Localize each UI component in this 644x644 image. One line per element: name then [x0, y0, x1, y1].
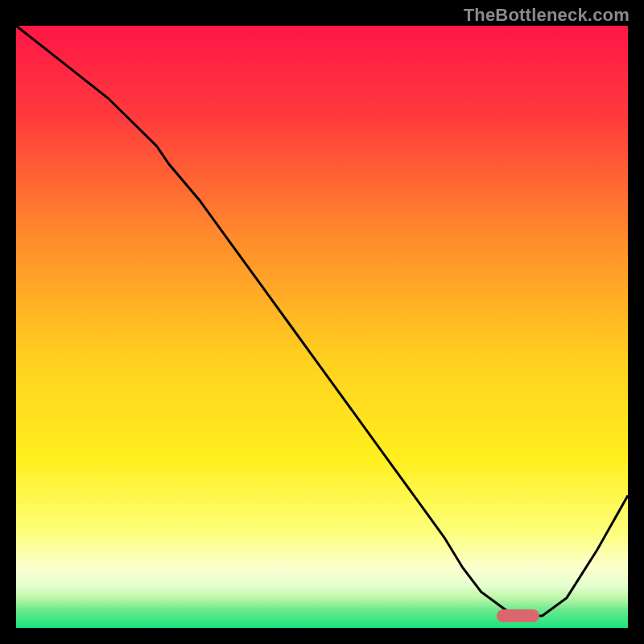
plot-area [16, 26, 628, 628]
chart-frame: TheBottleneck.com [0, 0, 644, 644]
watermark-text: TheBottleneck.com [464, 5, 630, 26]
bottleneck-curve [16, 26, 628, 628]
optimal-marker [497, 609, 539, 622]
